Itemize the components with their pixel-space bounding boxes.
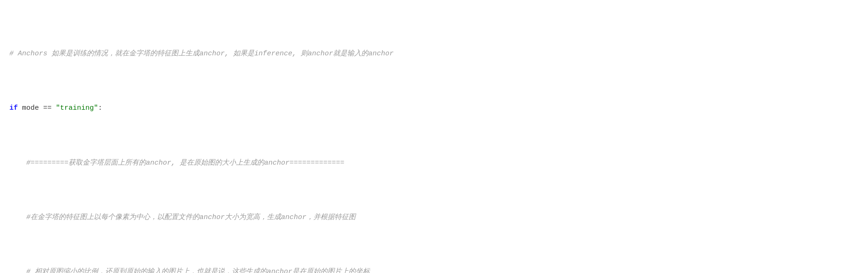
comment-line3: #=========获取金字塔层面上所有的anchor, 是在原始图的大小上生成… bbox=[9, 159, 344, 167]
line-4: #在金字塔的特征图上以每个像素为中心，以配置文件的anchor大小为宽高，生成a… bbox=[9, 212, 859, 223]
line-2: if mode == "training": bbox=[9, 103, 859, 114]
line-1: # Anchors 如果是训练的情况，就在金字塔的特征图上生成anchor, 如… bbox=[9, 48, 859, 59]
comment-line4: #在金字塔的特征图上以每个像素为中心，以配置文件的anchor大小为宽高，生成a… bbox=[9, 213, 356, 221]
comment-line5: # 相对原图缩小的比例，还原到原始的输入的图片上，也就是说，这些生成的ancho… bbox=[9, 268, 370, 273]
line-3: #=========获取金字塔层面上所有的anchor, 是在原始图的大小上生成… bbox=[9, 158, 859, 168]
string-training: "training" bbox=[56, 104, 98, 112]
line-5: # 相对原图缩小的比例，还原到原始的输入的图片上，也就是说，这些生成的ancho… bbox=[9, 266, 859, 273]
text-mode: mode == bbox=[18, 104, 56, 112]
code-block: # Anchors 如果是训练的情况，就在金字塔的特征图上生成anchor, 如… bbox=[0, 0, 868, 273]
comment-line1: # Anchors 如果是训练的情况，就在金字塔的特征图上生成anchor, 如… bbox=[9, 50, 394, 58]
keyword-if: if bbox=[9, 104, 18, 112]
colon-1: : bbox=[98, 104, 102, 112]
